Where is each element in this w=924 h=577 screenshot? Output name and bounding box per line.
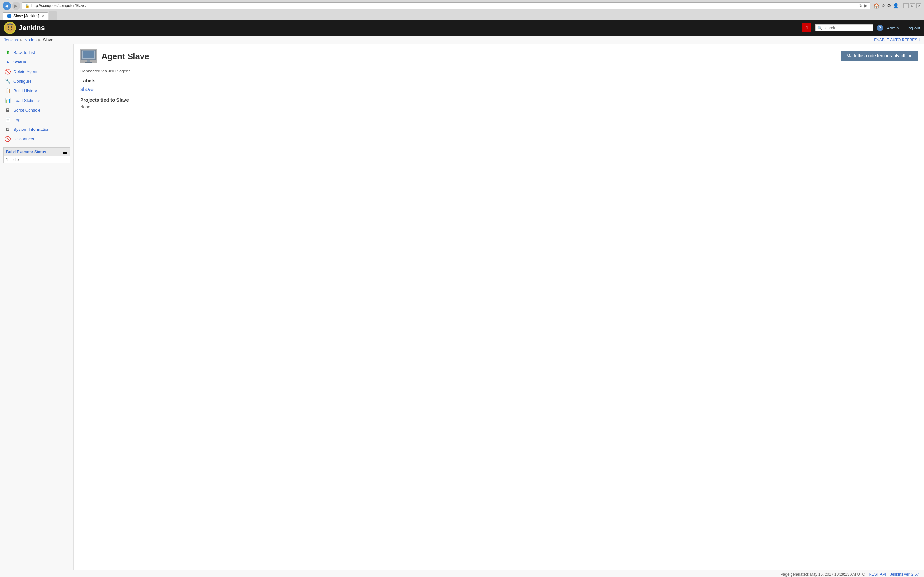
main-layout: ⬆ Back to List ● Status 🚫 Delete Agent 🔧… xyxy=(0,44,924,570)
close-button[interactable]: ✕ xyxy=(916,3,921,8)
svg-point-2 xyxy=(11,26,12,27)
projects-none: None xyxy=(80,105,918,109)
sidebar-item-build-history[interactable]: 📋 Build History xyxy=(0,86,73,95)
breadcrumb-nodes[interactable]: Nodes xyxy=(24,37,37,42)
search-icon: 🔍 xyxy=(817,26,822,30)
executor-row: 1 Idle xyxy=(3,156,70,163)
new-tab-button[interactable] xyxy=(49,11,57,19)
footer: Page generated: May 15, 2017 10:28:13 AM… xyxy=(0,570,924,577)
disconnect-link[interactable]: Disconnect xyxy=(13,137,34,141)
delete-agent-icon: 🚫 xyxy=(5,68,11,75)
disconnect-icon: 🚫 xyxy=(5,135,11,142)
svg-rect-8 xyxy=(83,51,94,58)
forward-button[interactable]: ▶ xyxy=(12,2,20,10)
projects-section-title: Projects tied to Slave xyxy=(80,97,918,103)
active-tab[interactable]: 🔵 Slave [Jenkins] ✕ xyxy=(3,12,48,19)
build-executor-header: Build Executor Status ▬ xyxy=(3,148,70,156)
header-search[interactable]: 🔍 xyxy=(815,24,873,31)
script-console-link[interactable]: Script Console xyxy=(13,108,41,113)
script-console-icon: 🖥 xyxy=(5,107,11,113)
computer-icon xyxy=(80,49,97,63)
configure-link[interactable]: Configure xyxy=(13,79,31,84)
status-icon: ● xyxy=(5,59,11,65)
browser-chrome: ◀ ▶ 🔒 http://scmquest/computer/Slave/ ↻ … xyxy=(0,0,924,20)
jenkins-logo: Jenkins xyxy=(4,22,45,34)
enable-auto-refresh[interactable]: ENABLE AUTO REFRESH xyxy=(874,38,920,42)
build-executor-status-link[interactable]: Build Executor Status xyxy=(6,150,46,154)
jenkins-title: Jenkins xyxy=(19,24,45,32)
forward-nav-icon[interactable]: ▶ xyxy=(864,3,867,8)
executor-number: 1 xyxy=(6,157,8,162)
refresh-icon[interactable]: ↻ xyxy=(859,3,863,8)
jenkins-header: Jenkins 1 🔍 ? Admin | log out xyxy=(0,20,924,36)
content-area: Agent Slave Mark this node temporarily o… xyxy=(74,44,924,570)
breadcrumb-jenkins[interactable]: Jenkins xyxy=(4,37,18,42)
sidebar-item-script-console[interactable]: 🖥 Script Console xyxy=(0,105,73,115)
help-button[interactable]: ? xyxy=(877,25,883,31)
tab-close-icon[interactable]: ✕ xyxy=(41,15,44,18)
back-button[interactable]: ◀ xyxy=(3,2,11,10)
star-icon[interactable]: ☆ xyxy=(881,3,885,8)
breadcrumb-bar: Jenkins ▶ Nodes ▶ Slave ENABLE AUTO REFR… xyxy=(0,36,924,44)
admin-user[interactable]: Admin xyxy=(887,26,899,31)
content-header: Agent Slave Mark this node temporarily o… xyxy=(80,49,918,63)
build-history-link[interactable]: Build History xyxy=(13,89,37,93)
url-text: http://scmquest/computer/Slave/ xyxy=(31,3,86,8)
status-link[interactable]: Status xyxy=(13,60,26,64)
jenkins-version-link[interactable]: Jenkins ver. 2.57 xyxy=(890,572,919,577)
mark-offline-button[interactable]: Mark this node temporarily offline xyxy=(841,51,918,61)
breadcrumb-sep-1: ▶ xyxy=(20,38,23,42)
sidebar-item-delete-agent[interactable]: 🚫 Delete Agent xyxy=(0,67,73,76)
build-executor-panel: Build Executor Status ▬ 1 Idle xyxy=(3,147,70,163)
browser-nav-controls: ◀ ▶ xyxy=(3,2,20,10)
logout-link[interactable]: log out xyxy=(908,26,920,31)
configure-icon: 🔧 xyxy=(5,78,11,84)
sidebar-item-system-information[interactable]: 🖥 System Information xyxy=(0,124,73,134)
agent-icon xyxy=(80,49,97,63)
search-input[interactable] xyxy=(824,26,862,30)
sidebar-item-load-statistics[interactable]: 📊 Load Statistics xyxy=(0,95,73,105)
tab-title: Slave [Jenkins] xyxy=(13,14,39,18)
breadcrumb-sep-2: ▶ xyxy=(39,38,41,42)
page-generated-text: Page generated: May 15, 2017 10:28:13 AM… xyxy=(780,572,865,577)
log-icon: 📄 xyxy=(5,116,11,123)
executor-status: Idle xyxy=(13,157,19,162)
gear-icon[interactable]: ⚙ xyxy=(887,3,891,8)
rest-api-link[interactable]: REST API xyxy=(869,572,886,577)
load-statistics-link[interactable]: Load Statistics xyxy=(13,98,41,103)
delete-agent-link[interactable]: Delete Agent xyxy=(13,69,37,74)
system-info-icon: 🖥 xyxy=(5,126,11,132)
browser-action-icons: 🏠 ☆ ⚙ 👤 xyxy=(873,3,899,9)
address-bar[interactable]: 🔒 http://scmquest/computer/Slave/ ↻ ▶ xyxy=(22,2,870,9)
log-link[interactable]: Log xyxy=(13,117,21,122)
maximize-button[interactable]: □ xyxy=(910,3,915,8)
collapse-icon[interactable]: ▬ xyxy=(63,149,67,155)
sidebar-item-back-to-list[interactable]: ⬆ Back to List xyxy=(0,47,73,57)
build-badge[interactable]: 1 xyxy=(803,23,811,32)
connection-info: Connected via JNLP agent. xyxy=(80,69,918,73)
sidebar-item-status[interactable]: ● Status xyxy=(0,57,73,67)
home-icon[interactable]: 🏠 xyxy=(873,3,880,9)
page-heading: Agent Slave xyxy=(80,49,149,63)
tab-bar: 🔵 Slave [Jenkins] ✕ xyxy=(3,11,921,19)
labels-section-title: Labels xyxy=(80,78,918,83)
page-title: Agent Slave xyxy=(102,52,149,61)
tab-favicon: 🔵 xyxy=(7,14,11,18)
sidebar: ⬆ Back to List ● Status 🚫 Delete Agent 🔧… xyxy=(0,44,74,570)
back-to-list-icon: ⬆ xyxy=(5,49,11,55)
build-history-icon: 📋 xyxy=(5,87,11,94)
person-icon[interactable]: 👤 xyxy=(893,3,899,9)
jenkins-face-icon xyxy=(5,23,15,33)
svg-rect-6 xyxy=(87,60,90,62)
slave-label-link[interactable]: slave xyxy=(80,86,94,92)
svg-rect-3 xyxy=(9,23,11,24)
sidebar-item-configure[interactable]: 🔧 Configure xyxy=(0,76,73,86)
sidebar-item-disconnect[interactable]: 🚫 Disconnect xyxy=(0,134,73,143)
minimize-button[interactable]: ─ xyxy=(903,3,909,8)
sidebar-item-log[interactable]: 📄 Log xyxy=(0,115,73,124)
breadcrumb-slave: Slave xyxy=(43,37,53,42)
window-controls: ─ □ ✕ xyxy=(903,3,921,8)
back-to-list-link[interactable]: Back to List xyxy=(13,50,35,55)
svg-point-1 xyxy=(8,26,9,27)
system-information-link[interactable]: System Information xyxy=(13,127,49,132)
